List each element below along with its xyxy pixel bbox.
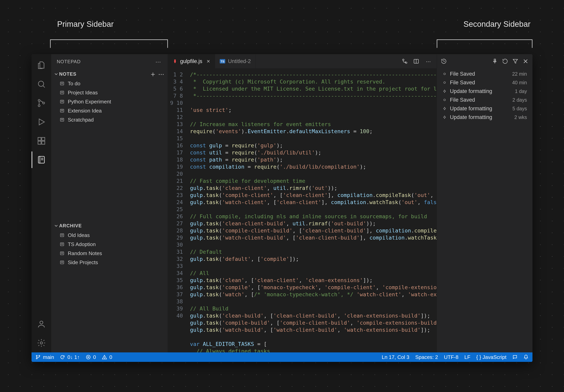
extensions-icon[interactable] [31, 131, 51, 150]
secondary-sidebar: File Saved22 minFile Saved40 minUpdate f… [437, 54, 533, 352]
svg-point-65 [39, 355, 40, 356]
timeline-label: File Saved [450, 71, 475, 77]
timeline-item[interactable]: File Saved22 min [437, 70, 533, 78]
list-item[interactable]: To do [51, 79, 168, 88]
accounts-icon[interactable] [31, 315, 51, 334]
note-icon [59, 108, 65, 113]
timeline-when: 40 min [512, 80, 527, 85]
split-editor-icon[interactable] [413, 58, 419, 64]
svg-line-1 [43, 86, 45, 88]
svg-rect-22 [60, 100, 64, 103]
sidebar-title-row: NOTEPAD ··· [51, 54, 168, 69]
tab-more-icon[interactable]: ··· [425, 58, 432, 65]
svg-point-15 [40, 342, 42, 344]
svg-rect-60 [444, 116, 446, 118]
code-editor[interactable]: 1 2 3 4 5 6 7 8 9 10 11 12 13 14 15 16 1… [168, 68, 437, 352]
status-eol[interactable]: LF [464, 354, 470, 360]
timeline-item[interactable]: File Saved2 days [437, 96, 533, 104]
status-bar: main 0↓ 1↑ 0 0 Ln 17, Col 3 Spaces: 2 UT… [31, 352, 533, 362]
svg-point-0 [38, 81, 44, 86]
list-item[interactable]: Project Ideas [51, 88, 168, 97]
status-cursor[interactable]: Ln 17, Col 3 [382, 354, 409, 360]
tab-label: gulpfile.js [180, 58, 202, 64]
timeline-header [437, 54, 533, 68]
note-icon [59, 90, 65, 95]
timeline-when: 2 days [512, 97, 527, 103]
save-icon [442, 98, 447, 102]
tab-label: Untitled-2 [228, 58, 251, 64]
filter-icon[interactable] [512, 58, 518, 64]
status-feedback-icon[interactable] [512, 355, 518, 360]
svg-rect-34 [60, 243, 64, 246]
compare-changes-icon[interactable] [402, 58, 408, 64]
timeline-when: 22 min [512, 71, 527, 77]
list-item[interactable]: Scratchpad [51, 115, 168, 124]
list-item[interactable]: Side Projects [51, 258, 168, 267]
close-icon[interactable]: × [207, 58, 210, 65]
sidebar-more-icon[interactable]: ··· [154, 58, 162, 65]
list-item[interactable]: Python Experiment [51, 97, 168, 106]
timeline-item[interactable]: Update formatting1 day [437, 87, 533, 96]
notepad-icon[interactable] [31, 150, 51, 169]
timeline-icon [441, 58, 447, 64]
list-item[interactable]: Old Ideas [51, 231, 168, 240]
close-icon[interactable] [523, 58, 529, 64]
svg-rect-6 [38, 138, 41, 140]
list-item-label: Side Projects [68, 259, 98, 266]
note-icon [59, 260, 65, 265]
timeline-item[interactable]: File Saved40 min [437, 78, 533, 87]
note-icon [59, 81, 65, 86]
refresh-icon[interactable] [502, 58, 508, 64]
status-sync[interactable]: 0↓ 1↑ [60, 354, 80, 360]
add-note-icon[interactable]: ＋ [149, 69, 157, 79]
timeline-when: 5 days [512, 106, 527, 112]
status-branch[interactable]: main [35, 354, 54, 360]
svg-point-63 [36, 355, 37, 356]
section-more-icon[interactable]: ··· [157, 70, 165, 78]
timeline-item[interactable]: Update formatting2 wks [437, 113, 533, 122]
search-icon[interactable] [31, 75, 51, 94]
editor-tab[interactable]: gulpfile.js× [168, 54, 215, 68]
svg-rect-9 [42, 138, 45, 140]
vscode-window: NOTEPAD ··· NOTES＋···To doProject IdeasP… [31, 54, 533, 362]
svg-rect-53 [444, 90, 446, 92]
status-encoding[interactable]: UTF-8 [444, 354, 459, 360]
source-control-icon[interactable] [31, 94, 51, 112]
timeline-label: Update formatting [450, 106, 492, 112]
svg-rect-37 [60, 252, 64, 255]
section-header[interactable]: NOTES＋··· [51, 69, 168, 79]
status-warnings[interactable]: 0 [102, 354, 112, 360]
section-title: NOTES [59, 71, 76, 77]
list-item[interactable]: Random Notes [51, 249, 168, 258]
list-item-label: Project Ideas [68, 90, 98, 96]
svg-point-2 [38, 99, 40, 101]
primary-sidebar: NOTEPAD ··· NOTES＋···To doProject IdeasP… [51, 54, 168, 352]
status-spaces[interactable]: Spaces: 2 [415, 354, 438, 360]
list-item[interactable]: TS Adoption [51, 240, 168, 249]
manage-gear-icon[interactable] [31, 334, 51, 352]
list-item-label: To do [68, 81, 80, 87]
activity-bar [31, 54, 51, 352]
code-content: /*--------------------------------------… [186, 68, 437, 352]
timeline-item[interactable]: Update formatting5 days [437, 104, 533, 113]
note-icon [59, 233, 65, 238]
svg-rect-25 [60, 109, 64, 112]
timeline-label: Update formatting [450, 88, 492, 94]
section-header[interactable]: ARCHIVE [51, 221, 168, 231]
editor-tab[interactable]: TSUntitled-2 [215, 54, 256, 68]
svg-point-52 [444, 82, 446, 84]
list-item[interactable]: Extension Idea [51, 106, 168, 115]
timeline-when: 1 day [515, 88, 527, 94]
pin-icon[interactable] [492, 58, 498, 64]
status-language[interactable]: { } JavaScript [476, 354, 507, 360]
status-bell-icon[interactable] [523, 355, 529, 360]
timeline-label: Update formatting [450, 114, 492, 120]
commit-icon [442, 115, 447, 119]
run-debug-icon[interactable] [31, 112, 51, 131]
status-errors[interactable]: 0 [86, 354, 96, 360]
list-item-label: Scratchpad [68, 117, 94, 123]
files-icon[interactable] [31, 56, 51, 75]
section-title: ARCHIVE [59, 223, 82, 228]
note-icon [59, 99, 65, 104]
svg-rect-28 [60, 118, 64, 121]
